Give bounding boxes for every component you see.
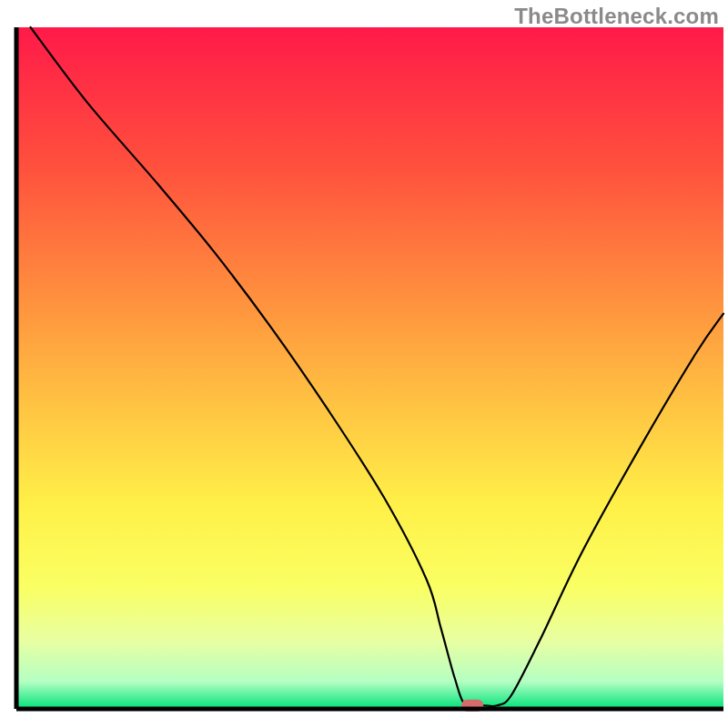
plot-background bbox=[16, 27, 723, 709]
watermark-text: TheBottleneck.com bbox=[514, 4, 719, 29]
bottleneck-chart bbox=[0, 0, 728, 728]
